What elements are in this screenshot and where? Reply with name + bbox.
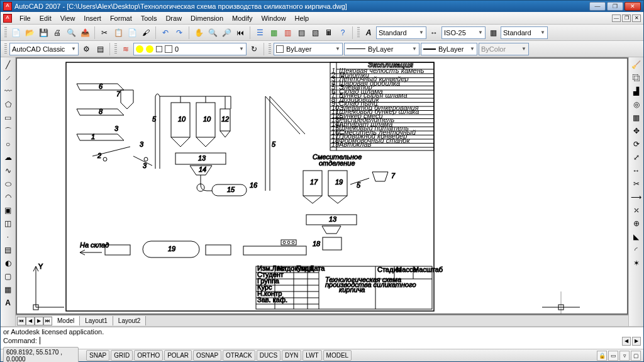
toolbar-grip-icon[interactable]: [269, 43, 271, 55]
menu-window[interactable]: Window: [257, 13, 289, 23]
copy-obj-button[interactable]: ⿻: [630, 72, 643, 84]
minimize-button[interactable]: —: [589, 2, 606, 11]
explode-button[interactable]: ✶: [630, 257, 643, 269]
zoom-window-button[interactable]: 🔎: [220, 26, 233, 39]
menu-tools[interactable]: Tools: [137, 13, 161, 23]
toolbar-grip-icon[interactable]: [4, 43, 7, 55]
spline-button[interactable]: ∿: [2, 164, 14, 177]
offset-button[interactable]: ◎: [630, 98, 643, 111]
designcenter-button[interactable]: ▦: [267, 26, 280, 39]
stretch-button[interactable]: ↔: [630, 164, 643, 177]
mdi-restore-button[interactable]: ❐: [622, 14, 631, 22]
tab-model[interactable]: Model: [52, 316, 80, 325]
polar-toggle[interactable]: POLAR: [164, 350, 192, 361]
plotstyle-picker[interactable]: ByColor▼: [479, 43, 529, 55]
menu-view[interactable]: View: [57, 13, 79, 23]
mdi-close-button[interactable]: ✕: [632, 14, 641, 22]
matchprop-button[interactable]: 🖌: [140, 26, 152, 39]
toolbar-grip-icon[interactable]: [4, 27, 7, 38]
lwt-toggle[interactable]: LWT: [303, 350, 321, 361]
open-button[interactable]: 📂: [23, 26, 36, 39]
array-button[interactable]: ▦: [630, 111, 643, 124]
color-picker[interactable]: ByLayer▼: [274, 43, 343, 55]
menu-modify[interactable]: Modify: [228, 13, 256, 23]
polygon-button[interactable]: ⬠: [2, 98, 14, 111]
close-button[interactable]: ✕: [625, 2, 641, 11]
zoom-prev-button[interactable]: ⏮: [234, 26, 247, 39]
layer-previous-button[interactable]: ↻: [248, 43, 260, 55]
mirror-button[interactable]: ▟: [630, 85, 643, 98]
cmd-scroll-left-button[interactable]: ◀: [622, 337, 631, 346]
maximize-button[interactable]: ❐: [607, 2, 623, 11]
fillet-button[interactable]: ◜: [630, 244, 643, 256]
linetype-picker[interactable]: ByLayer▼: [344, 43, 419, 55]
ellipse-button[interactable]: ⬭: [2, 178, 14, 190]
tab-next-button[interactable]: ▶: [35, 317, 43, 325]
cmd-scroll-right-button[interactable]: ▶: [632, 337, 641, 346]
otrack-toggle[interactable]: OTRACK: [223, 350, 255, 361]
mdi-minimize-button[interactable]: —: [612, 14, 621, 22]
osnap-toggle[interactable]: OSNAP: [193, 350, 221, 361]
zoom-rt-button[interactable]: 🔍: [206, 26, 219, 39]
plot-button[interactable]: 🖨: [51, 26, 64, 39]
paste-button[interactable]: 📄: [126, 26, 138, 39]
trim-button[interactable]: ✂: [630, 178, 643, 190]
sheetset-button[interactable]: ▤: [295, 26, 308, 39]
command-input[interactable]: [40, 337, 622, 346]
properties-button[interactable]: ☰: [253, 26, 266, 39]
preview-button[interactable]: 🔍: [65, 26, 77, 39]
table-style-picker[interactable]: Standard▼: [501, 26, 548, 39]
arc-button[interactable]: ⌒: [2, 125, 14, 137]
extend-button[interactable]: ⟶: [630, 191, 643, 203]
table-button[interactable]: ▦: [2, 283, 14, 296]
markup-button[interactable]: ▧: [309, 26, 321, 39]
pan-button[interactable]: ✋: [192, 26, 205, 39]
snap-toggle[interactable]: SNAP: [86, 350, 109, 361]
save-button[interactable]: 💾: [37, 26, 50, 39]
menu-format[interactable]: Format: [106, 13, 136, 23]
copy-button[interactable]: 📋: [112, 26, 125, 39]
hatch-button[interactable]: ▤: [2, 244, 14, 256]
chamfer-button[interactable]: ◣: [630, 230, 643, 243]
quickcalc-button[interactable]: 🖩: [323, 26, 335, 39]
workspace-lock-button[interactable]: ▤: [94, 43, 106, 55]
rectangle-button[interactable]: ▭: [2, 111, 14, 124]
menu-help[interactable]: Help: [291, 13, 313, 23]
make-block-button[interactable]: ◫: [2, 217, 14, 230]
text-style-picker[interactable]: Standard▼: [376, 26, 426, 39]
gradient-button[interactable]: ◐: [2, 257, 14, 269]
lineweight-picker[interactable]: ByLayer▼: [421, 43, 477, 55]
menu-edit[interactable]: Edit: [36, 13, 55, 23]
toolbar-grip-icon[interactable]: [114, 43, 117, 55]
menu-draw[interactable]: Draw: [162, 13, 186, 23]
clean-screen-button[interactable]: ▢: [631, 351, 641, 361]
ducs-toggle[interactable]: DUCS: [257, 350, 280, 361]
point-button[interactable]: ·: [2, 230, 14, 243]
region-button[interactable]: ▢: [2, 270, 14, 283]
rotate-button[interactable]: ⟳: [630, 138, 643, 150]
erase-button[interactable]: 🧹: [630, 59, 643, 71]
toolbar-grip-icon[interactable]: [357, 27, 360, 38]
toolpalette-button[interactable]: ▥: [281, 26, 294, 39]
scale-button[interactable]: ⤢: [630, 151, 643, 164]
publish-button[interactable]: 📤: [79, 26, 91, 39]
join-button[interactable]: ⊕: [630, 217, 643, 230]
tab-prev-button[interactable]: ◀: [26, 317, 35, 325]
dyn-toggle[interactable]: DYN: [282, 350, 301, 361]
tab-layout2[interactable]: Layout2: [113, 316, 147, 325]
circle-button[interactable]: ○: [2, 138, 14, 150]
ortho-toggle[interactable]: ORTHO: [134, 350, 163, 361]
model-space-viewport[interactable]: 6 8 1 7 2 3 3 3: [16, 58, 628, 314]
menu-file[interactable]: File: [16, 13, 35, 23]
dim-style-picker[interactable]: ISO-25▼: [441, 26, 486, 39]
new-button[interactable]: 📄: [9, 26, 22, 39]
polyline-button[interactable]: 〰: [2, 85, 14, 98]
menu-dimension[interactable]: Dimension: [187, 13, 227, 23]
cut-button[interactable]: ✂: [98, 26, 111, 39]
tab-layout1[interactable]: Layout1: [80, 316, 113, 325]
mtext-button[interactable]: A: [2, 297, 14, 309]
workspace-settings-button[interactable]: ⚙: [80, 43, 92, 55]
undo-button[interactable]: ↶: [159, 26, 172, 39]
model-toggle[interactable]: MODEL: [323, 350, 352, 361]
tab-last-button[interactable]: ⏭: [43, 317, 52, 325]
